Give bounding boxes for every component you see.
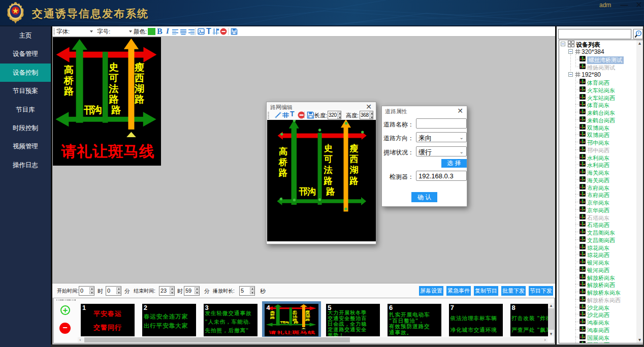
- text-icon[interactable]: T: [290, 110, 295, 118]
- road-icon[interactable]: [212, 28, 219, 35]
- screen-settings-button[interactable]: 屏幕设置: [419, 286, 443, 296]
- tree-scrollbar[interactable]: ▴▾: [636, 40, 643, 343]
- spin-up-icon[interactable]: [170, 287, 174, 291]
- tree-device-体育岗东[interactable]: 体育岗东: [559, 101, 635, 108]
- program-thumbnail-8[interactable]: 8打击改装 "炸街"严查严处 "飙车": [510, 304, 548, 336]
- tree-device-双博岗东[interactable]: 双博岗东: [559, 123, 635, 131]
- tree-device-解放桥岗西[interactable]: 解放桥岗西: [559, 280, 635, 288]
- tree-device-水利岗西[interactable]: 水利岗西: [559, 161, 635, 168]
- tree-device-银河岗东[interactable]: 银河岗东: [559, 258, 635, 266]
- scroll-right-icon[interactable]: ›: [542, 337, 548, 342]
- spin-up-icon[interactable]: [250, 287, 254, 291]
- sidebar-item-4[interactable]: 节目预案: [0, 82, 51, 100]
- tree-device-石塔岗西[interactable]: 石塔岗西: [559, 220, 635, 228]
- editor-canvas[interactable]: 高桥路史可法路瘦西湖路邗沟路: [267, 120, 376, 241]
- tree-device-螺丝湾桥测试[interactable]: 螺丝湾桥测试: [559, 55, 635, 63]
- spin-down-icon[interactable]: [116, 291, 121, 295]
- road-direction-select[interactable]: 来向⌄: [416, 132, 467, 142]
- save-icon[interactable]: [307, 111, 314, 119]
- tree-device-解放桥东岗东[interactable]: 解放桥东岗东: [559, 288, 635, 296]
- tree-device-解放桥东岗西[interactable]: 解放桥东岗西: [559, 296, 635, 303]
- tree-device-文昌阁岗东[interactable]: 文昌阁岗东: [559, 228, 635, 236]
- tree-group-192*80[interactable]: 192*80: [559, 71, 635, 78]
- scroll-left-icon[interactable]: ‹: [78, 337, 83, 342]
- scrollbar-thumb[interactable]: [548, 308, 554, 330]
- tree-device-来鹤台岗西[interactable]: 来鹤台岗西: [559, 116, 635, 123]
- scrollbar-thumb[interactable]: [84, 337, 350, 342]
- tree-device-琼花岗西[interactable]: 琼花岗西: [559, 250, 635, 258]
- tree-group-320*384[interactable]: 320*384: [559, 48, 635, 55]
- tree-device-市府岗东[interactable]: 市府岗东: [559, 183, 635, 191]
- tree-device-水利岗东[interactable]: 水利岗东: [559, 153, 635, 161]
- spin-up-icon[interactable]: [89, 287, 94, 291]
- length-spinner[interactable]: 320: [328, 111, 341, 119]
- tree-device-市府岗西[interactable]: 市府岗西: [559, 191, 635, 198]
- copy-program-button[interactable]: 复制节目: [474, 286, 498, 296]
- dialog-close-icon[interactable]: ✕: [457, 107, 463, 115]
- spin-down-icon[interactable]: [369, 116, 373, 119]
- tree-device-国展岗东[interactable]: 国展岗东: [559, 333, 635, 341]
- tree-device-双博岗西[interactable]: 双博岗西: [559, 131, 635, 138]
- scroll-up-icon[interactable]: ▴: [548, 303, 554, 308]
- spin-down-icon[interactable]: [337, 116, 341, 119]
- road-name-input[interactable]: [416, 118, 467, 129]
- end-minute-spinner[interactable]: 59: [184, 286, 200, 296]
- line-icon[interactable]: [274, 111, 282, 119]
- tree-device-邗中岗东[interactable]: 邗中岗东: [559, 138, 635, 146]
- tree-device-邗中岗西[interactable]: 邗中岗西: [559, 146, 635, 153]
- start-minute-spinner[interactable]: 0: [106, 286, 121, 296]
- sidebar-item-7[interactable]: 视频管理: [0, 137, 51, 155]
- italic-button[interactable]: I: [166, 27, 169, 36]
- program-thumbnail-1[interactable]: 1平安春运交警同行: [81, 304, 135, 336]
- delete-icon[interactable]: [220, 28, 227, 35]
- program-thumbnail-6[interactable]: 6扎实开展电动车"百日整治"，有效预防道路交通事故。: [388, 304, 441, 336]
- minimize-button[interactable]: —: [618, 0, 631, 11]
- vertical-scrollbar[interactable]: ▴▾: [548, 303, 554, 336]
- spin-down-icon[interactable]: [195, 291, 199, 295]
- tree-device-京华岗西[interactable]: 京华岗西: [559, 206, 635, 213]
- node-icon[interactable]: [282, 111, 289, 119]
- dialog-titlebar[interactable]: 道路属性 ✕: [382, 106, 467, 114]
- tree-device-银河岗西[interactable]: 银河岗西: [559, 266, 635, 273]
- scroll-up-icon[interactable]: ▴: [636, 40, 643, 46]
- spin-up-icon[interactable]: [116, 287, 121, 291]
- collapse-icon[interactable]: [561, 42, 565, 46]
- spin-down-icon[interactable]: [250, 291, 254, 295]
- tree-device-来鹤台岗东[interactable]: 来鹤台岗东: [559, 108, 635, 116]
- tree-device-文昌阁岗西[interactable]: 文昌阁岗西: [559, 236, 635, 243]
- color-swatch[interactable]: [148, 28, 155, 35]
- bold-button[interactable]: B: [157, 27, 163, 36]
- search-button[interactable]: [633, 29, 643, 39]
- spin-down-icon[interactable]: [170, 291, 174, 295]
- tree-device-京华岗东[interactable]: 京华岗东: [559, 198, 635, 206]
- program-thumbnail-3[interactable]: 3发生轻微交通事故"人未伤，车能动.先拍照，后撤离": [204, 304, 257, 336]
- batch-send-button[interactable]: 批量下发: [501, 286, 526, 296]
- sidebar-item-1[interactable]: 主页: [0, 26, 51, 45]
- spin-up-icon[interactable]: [337, 112, 341, 115]
- collapse-icon[interactable]: [568, 72, 573, 77]
- congestion-select[interactable]: 缓行⌄: [416, 146, 467, 156]
- tree-device-沙北岗东[interactable]: 沙北岗东: [559, 303, 635, 311]
- tree-device-维扬岗测试[interactable]: 维扬岗测试: [559, 63, 635, 71]
- device-search-input[interactable]: [558, 29, 631, 39]
- image-icon[interactable]: [198, 28, 205, 35]
- collapse-icon[interactable]: [568, 49, 573, 54]
- program-thumbnail-5[interactable]: 5大力开展秋冬季交通安全整治百日会战，全力稳定道路交通安全形势！: [326, 304, 380, 336]
- tree-device-火车站岗东[interactable]: 火车站岗东: [559, 86, 635, 93]
- tree-device-琼花岗东[interactable]: 琼花岗东: [559, 243, 635, 251]
- tree-device-沙北岗西[interactable]: 沙北岗西: [559, 310, 635, 318]
- scroll-down-icon[interactable]: ▾: [636, 337, 643, 343]
- select-detector-button[interactable]: 选 择: [441, 159, 467, 168]
- tree-device-海关岗西[interactable]: 海关岗西: [559, 176, 635, 183]
- height-spinner[interactable]: 368: [360, 111, 373, 119]
- text-icon[interactable]: T: [206, 27, 211, 36]
- sidebar-item-5[interactable]: 节目库: [0, 101, 51, 119]
- program-thumbnail-7[interactable]: 7依法治理非标车辆净化城市交通环境: [449, 304, 503, 336]
- font-combo-arrow[interactable]: [90, 30, 93, 33]
- sidebar-item-2[interactable]: 设备管理: [0, 45, 51, 63]
- tree-device-国展岗西[interactable]: 国展岗西: [559, 340, 635, 343]
- align-right-icon[interactable]: [188, 28, 195, 35]
- save-icon[interactable]: [231, 28, 238, 35]
- program-send-button[interactable]: 节目下发: [529, 286, 553, 296]
- duration-spinner[interactable]: 5: [239, 286, 255, 296]
